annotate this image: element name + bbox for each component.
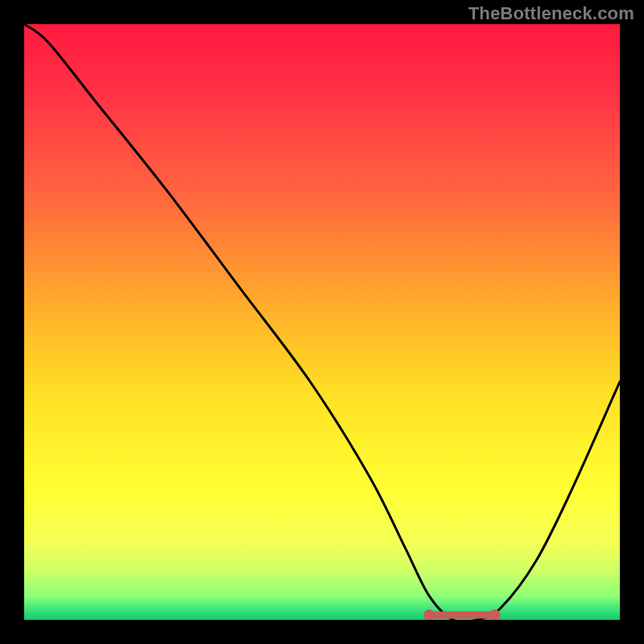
bottleneck-chart [24, 24, 620, 620]
chart-frame: TheBottleneck.com [0, 0, 644, 644]
watermark-text: TheBottleneck.com [469, 3, 634, 24]
gradient-background [24, 24, 620, 620]
plot-area [24, 24, 620, 620]
